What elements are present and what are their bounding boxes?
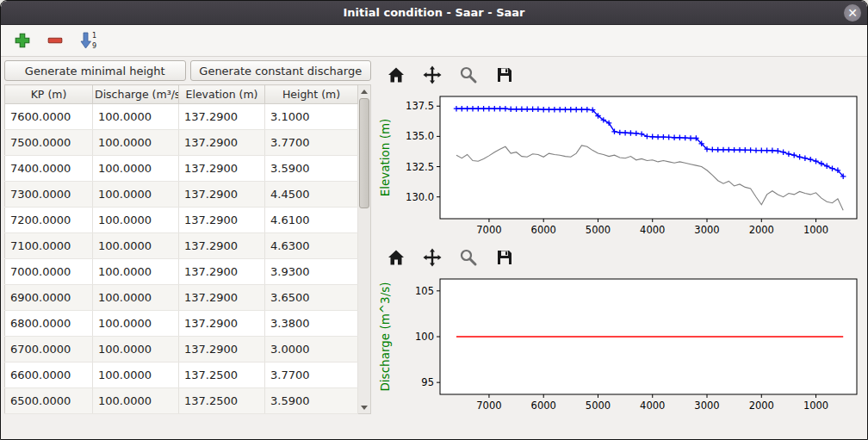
- table-cell[interactable]: 100.0000: [93, 130, 179, 156]
- column-header[interactable]: KP (m): [5, 85, 93, 104]
- arrow-up-icon: [361, 90, 368, 94]
- svg-text:1000: 1000: [803, 224, 828, 236]
- pan-icon: [422, 247, 443, 268]
- table-cell[interactable]: 137.2900: [179, 233, 265, 259]
- svg-text:105: 105: [415, 285, 434, 297]
- table-cell[interactable]: 4.4500: [265, 182, 358, 208]
- svg-text:5000: 5000: [586, 400, 611, 412]
- table-cell[interactable]: 3.1000: [265, 104, 358, 130]
- table-cell[interactable]: 100.0000: [93, 311, 179, 337]
- sort-rows-button[interactable]: 1 9: [77, 29, 99, 52]
- table-cell[interactable]: 100.0000: [93, 259, 179, 285]
- table-row: 7200.0000100.0000137.29004.6100: [5, 208, 358, 233]
- table-cell[interactable]: 3.5900: [265, 156, 358, 182]
- table-cell[interactable]: 100.0000: [93, 182, 179, 208]
- table-cell[interactable]: 3.7700: [265, 130, 358, 156]
- table-cell[interactable]: 6700.0000: [5, 337, 93, 363]
- table-cell[interactable]: 137.2900: [179, 208, 265, 233]
- table-cell[interactable]: 100.0000: [93, 285, 179, 311]
- svg-text:95: 95: [421, 376, 434, 388]
- column-header[interactable]: Discharge (m³/s): [93, 85, 179, 104]
- svg-text:3000: 3000: [694, 224, 719, 236]
- table-cell[interactable]: 100.0000: [93, 104, 179, 130]
- table-row: 7000.0000100.0000137.29003.9300: [5, 259, 358, 285]
- table-cell[interactable]: 3.5900: [265, 388, 358, 414]
- table-cell[interactable]: 6800.0000: [5, 311, 93, 337]
- table-cell[interactable]: 7200.0000: [5, 208, 93, 233]
- close-button[interactable]: ✕: [844, 4, 861, 22]
- table-cell[interactable]: 100.0000: [93, 208, 179, 233]
- table-cell[interactable]: 137.2900: [179, 285, 265, 311]
- remove-row-button[interactable]: [44, 29, 66, 52]
- table-cell[interactable]: 137.2900: [179, 259, 265, 285]
- svg-text:Discharge (m^3/s): Discharge (m^3/s): [378, 282, 392, 391]
- table-cell[interactable]: 3.3800: [265, 311, 358, 337]
- table-cell[interactable]: 100.0000: [93, 233, 179, 259]
- save-button[interactable]: [493, 64, 516, 86]
- table-cell[interactable]: 137.2900: [179, 104, 265, 130]
- table-cell[interactable]: 7000.0000: [5, 259, 93, 285]
- table-cell[interactable]: 6600.0000: [5, 363, 93, 388]
- svg-text:3000: 3000: [694, 400, 719, 412]
- table-cell[interactable]: 7500.0000: [5, 130, 93, 156]
- home-button[interactable]: [385, 246, 407, 269]
- table-cell[interactable]: 137.2900: [179, 156, 265, 182]
- table-cell[interactable]: 100.0000: [93, 337, 179, 363]
- table-cell[interactable]: 3.6500: [265, 285, 358, 311]
- initial-condition-table: KP (m)Discharge (m³/s)Elevation (m)Heigh…: [4, 84, 358, 414]
- plus-icon: [13, 31, 32, 50]
- scrollbar-track[interactable]: [358, 97, 370, 401]
- table-cell[interactable]: 6500.0000: [5, 388, 93, 414]
- svg-text:4000: 4000: [640, 224, 665, 236]
- titlebar[interactable]: Initial condition - Saar - Saar ✕: [1, 1, 867, 25]
- table-row: 6500.0000100.0000137.25003.5900: [5, 388, 358, 414]
- svg-text:6000: 6000: [531, 224, 556, 236]
- table-cell[interactable]: 137.2900: [179, 311, 265, 337]
- table-cell[interactable]: 7600.0000: [5, 104, 93, 130]
- add-row-button[interactable]: [11, 29, 34, 52]
- discharge-chart: 700060005000400030002000100095100105Disc…: [376, 272, 862, 418]
- scroll-down-button[interactable]: [358, 401, 370, 413]
- left-panel: Generate minimal height Generate constan…: [1, 57, 375, 439]
- zoom-button[interactable]: [457, 246, 480, 269]
- column-header[interactable]: Height (m): [265, 85, 358, 104]
- generate-constant-discharge-button[interactable]: Generate constant discharge: [190, 60, 372, 81]
- table-cell[interactable]: 100.0000: [93, 363, 179, 388]
- table-cell[interactable]: 137.2900: [179, 337, 265, 363]
- table-cell[interactable]: 7300.0000: [5, 182, 93, 208]
- zoom-button[interactable]: [457, 64, 480, 86]
- table-cell[interactable]: 100.0000: [93, 156, 179, 182]
- generate-minimal-height-button[interactable]: Generate minimal height: [4, 60, 186, 81]
- table-cell[interactable]: 4.6100: [265, 208, 358, 233]
- pan-button[interactable]: [421, 246, 443, 269]
- save-button[interactable]: [493, 246, 516, 269]
- table-row: 7300.0000100.0000137.29004.4500: [5, 182, 358, 208]
- column-header[interactable]: Elevation (m): [179, 85, 265, 104]
- table-cell[interactable]: 100.0000: [93, 388, 179, 414]
- table-cell[interactable]: 137.2500: [179, 363, 265, 388]
- table-cell[interactable]: 137.2500: [179, 388, 265, 414]
- table-cell[interactable]: 3.7700: [265, 363, 358, 388]
- table-cell[interactable]: 137.2900: [179, 130, 265, 156]
- table-cell[interactable]: 3.0000: [265, 337, 358, 363]
- svg-text:135.0: 135.0: [406, 130, 434, 142]
- window-title: Initial condition - Saar - Saar: [343, 6, 524, 19]
- table-cell[interactable]: 7100.0000: [5, 233, 93, 259]
- home-button[interactable]: [385, 64, 407, 86]
- pan-button[interactable]: [421, 64, 443, 86]
- table-cell[interactable]: 3.9300: [265, 259, 358, 285]
- table-scrollbar[interactable]: [358, 84, 371, 414]
- table-cell[interactable]: 7400.0000: [5, 156, 93, 182]
- table-row: 6900.0000100.0000137.29003.6500: [5, 285, 358, 311]
- main-toolbar: 1 9: [1, 25, 867, 57]
- table-cell[interactable]: 137.2900: [179, 182, 265, 208]
- svg-text:6000: 6000: [531, 400, 556, 412]
- table-cell[interactable]: 6900.0000: [5, 285, 93, 311]
- table-cell[interactable]: 4.6300: [265, 233, 358, 259]
- svg-text:5000: 5000: [586, 224, 611, 236]
- scrollbar-thumb[interactable]: [359, 98, 369, 208]
- svg-text:9: 9: [92, 42, 96, 50]
- scroll-up-button[interactable]: [358, 85, 370, 97]
- svg-text:1: 1: [92, 32, 96, 40]
- svg-text:Elevation (m): Elevation (m): [378, 119, 392, 197]
